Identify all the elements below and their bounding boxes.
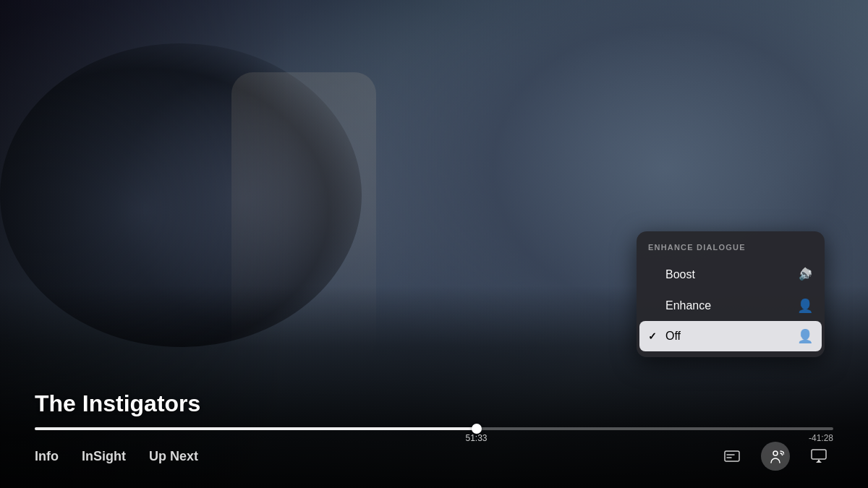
nav-tabs: Info InSight Up Next bbox=[35, 446, 198, 467]
svg-rect-6 bbox=[812, 450, 826, 459]
right-icons bbox=[718, 442, 833, 471]
bottom-nav: Info InSight Up Next bbox=[35, 442, 833, 471]
time-current: 51:33 bbox=[465, 433, 487, 443]
audio-enhance-button[interactable] bbox=[761, 442, 790, 471]
progress-bar-fill bbox=[35, 427, 477, 430]
movie-title: The Instigators bbox=[35, 390, 833, 417]
subtitles-button[interactable] bbox=[718, 442, 746, 471]
progress-bar-background[interactable] bbox=[35, 427, 833, 430]
progress-thumb[interactable] bbox=[472, 424, 482, 434]
time-remaining: -41:28 bbox=[809, 433, 833, 443]
svg-point-5 bbox=[773, 451, 778, 455]
tab-info[interactable]: Info bbox=[35, 446, 59, 467]
tab-up-next[interactable]: Up Next bbox=[149, 446, 198, 467]
tab-insight[interactable]: InSight bbox=[82, 446, 126, 467]
player-content: The Instigators 51:33 -41:28 Info InSigh… bbox=[0, 0, 868, 488]
svg-rect-2 bbox=[725, 451, 739, 461]
bottom-controls: The Instigators 51:33 -41:28 Info InSigh… bbox=[0, 390, 868, 488]
progress-container[interactable]: 51:33 -41:28 bbox=[35, 427, 833, 430]
airplay-button[interactable] bbox=[804, 442, 833, 471]
